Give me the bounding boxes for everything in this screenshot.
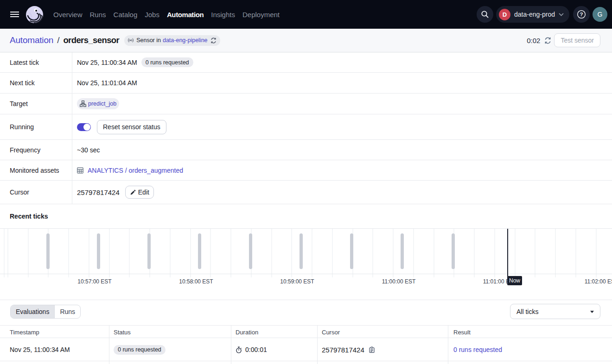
svg-text:?: ? bbox=[580, 12, 583, 17]
